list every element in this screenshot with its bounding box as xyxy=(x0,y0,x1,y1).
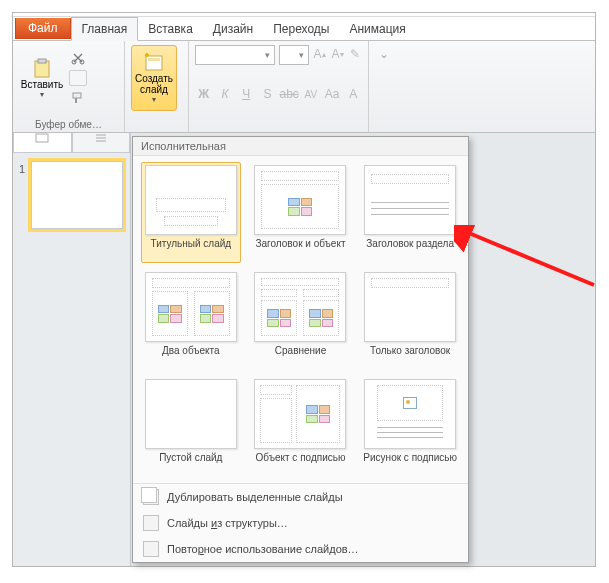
layout-picture-caption[interactable]: Рисунок с подписью xyxy=(360,376,460,477)
panel-tab-outline[interactable] xyxy=(72,133,131,153)
gallery-header: Исполнительная xyxy=(133,137,468,156)
cmd-duplicate-slides[interactable]: Дублировать выделенные слайды xyxy=(133,484,468,510)
layout-section-header[interactable]: Заголовок раздела xyxy=(360,162,460,263)
font-size-combo[interactable]: ▾ xyxy=(279,45,309,65)
slide-thumb[interactable]: 1 xyxy=(21,161,122,229)
paste-icon xyxy=(29,57,55,79)
tab-file[interactable]: Файл xyxy=(15,18,71,39)
cut-button[interactable] xyxy=(69,49,87,67)
duplicate-icon xyxy=(143,489,159,505)
svg-rect-4 xyxy=(73,93,81,98)
font-color-button[interactable]: A xyxy=(345,85,362,103)
dropdown-icon: ▾ xyxy=(40,90,44,99)
group-slides: Создать слайд ▾ xyxy=(125,41,189,132)
paste-button[interactable]: Вставить ▾ xyxy=(19,45,65,111)
shrink-font-button[interactable]: A▾ xyxy=(331,45,345,63)
outline-icon xyxy=(143,515,159,531)
italic-button[interactable]: К xyxy=(216,85,233,103)
layout-two-content[interactable]: Два объекта xyxy=(141,269,241,370)
tab-design[interactable]: Дизайн xyxy=(203,18,263,40)
layout-grid: Титульный слайд Заголовок и объект Загол… xyxy=(133,156,468,483)
svg-rect-7 xyxy=(36,134,48,142)
copy-button[interactable] xyxy=(69,70,87,86)
new-slide-button[interactable]: Создать слайд ▾ xyxy=(131,45,177,111)
font-family-combo[interactable]: ▾ xyxy=(195,45,275,65)
ribbon-overflow: ⌄ xyxy=(369,41,399,132)
tab-animation[interactable]: Анимация xyxy=(339,18,415,40)
group-clipboard: Вставить ▾ Буфер обме… xyxy=(13,41,125,132)
new-slide-icon xyxy=(141,52,167,74)
panel-tab-slides[interactable] xyxy=(13,133,72,153)
new-slide-label: Создать слайд xyxy=(132,74,176,95)
panel-tabs xyxy=(13,133,130,153)
tab-insert[interactable]: Вставка xyxy=(138,18,203,40)
format-painter-button[interactable] xyxy=(69,89,87,107)
dropdown-icon: ▾ xyxy=(152,95,156,104)
strike-button[interactable]: abc xyxy=(280,85,298,103)
new-slide-gallery: Исполнительная Титульный слайд Заголовок… xyxy=(132,136,469,563)
cmd-slides-from-outline[interactable]: Слайды из структуры… xyxy=(133,510,468,536)
char-spacing-button[interactable]: AV xyxy=(302,85,319,103)
layout-content-caption[interactable]: Объект с подписью xyxy=(251,376,351,477)
underline-button[interactable]: Ч xyxy=(238,85,255,103)
slides-panel: 1 xyxy=(13,133,131,566)
layout-title-only[interactable]: Только заголовок xyxy=(360,269,460,370)
slides-list: 1 xyxy=(13,153,130,566)
reuse-icon xyxy=(143,541,159,557)
paste-label: Вставить xyxy=(21,79,63,90)
layout-title-slide[interactable]: Титульный слайд xyxy=(141,162,241,263)
ribbon-tabs: Файл Главная Вставка Дизайн Переходы Ани… xyxy=(13,17,595,41)
layout-comparison[interactable]: Сравнение xyxy=(251,269,351,370)
layout-blank[interactable]: Пустой слайд xyxy=(141,376,241,477)
clear-format-button[interactable]: ✎ xyxy=(349,45,362,63)
svg-rect-6 xyxy=(148,58,160,61)
collapse-ribbon-button[interactable]: ⌄ xyxy=(375,45,393,63)
tab-home[interactable]: Главная xyxy=(71,17,139,41)
slide-thumbnail-preview xyxy=(31,161,123,229)
cmd-reuse-slides[interactable]: Повторное использование слайдов… xyxy=(133,536,468,562)
gallery-commands: Дублировать выделенные слайды Слайды из … xyxy=(133,483,468,562)
change-case-button[interactable]: Aa xyxy=(323,85,340,103)
ribbon: Вставить ▾ Буфер обме… xyxy=(13,41,595,133)
grow-font-button[interactable]: A▴ xyxy=(313,45,327,63)
group-font: ▾ ▾ A▴ A▾ ✎ Ж К Ч S abc AV Aa A xyxy=(189,41,369,132)
slide-number: 1 xyxy=(19,163,25,175)
layout-title-content[interactable]: Заголовок и объект xyxy=(251,162,351,263)
svg-rect-1 xyxy=(38,59,46,63)
tab-transitions[interactable]: Переходы xyxy=(263,18,339,40)
shadow-button[interactable]: S xyxy=(259,85,276,103)
clipboard-group-label: Буфер обме… xyxy=(19,119,118,130)
bold-button[interactable]: Ж xyxy=(195,85,212,103)
